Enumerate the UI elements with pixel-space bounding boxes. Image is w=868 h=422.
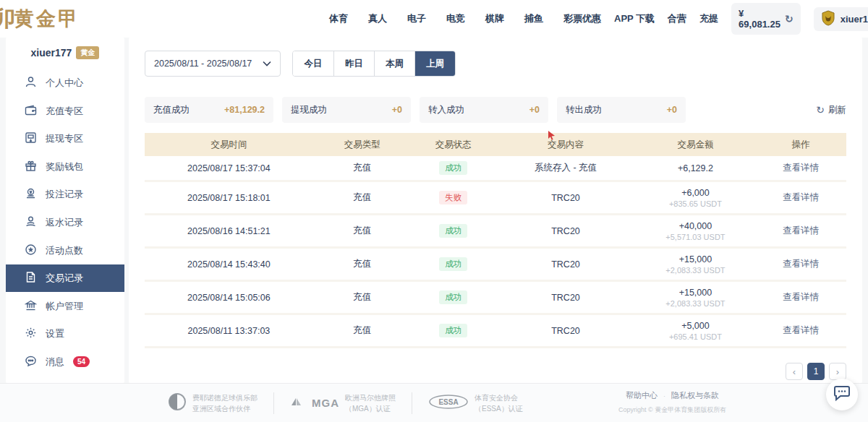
cell-amount: +6,129.2: [636, 163, 755, 173]
tab-yesterday[interactable]: 昨日: [333, 51, 374, 76]
sidebar-item-reward-wallet[interactable]: 奖励钱包: [6, 153, 124, 181]
sidebar-username: xiuer177: [31, 47, 72, 59]
sidebar-item-transaction-records[interactable]: 交易记录: [6, 264, 124, 293]
sidebar-item-personal-center[interactable]: 个人中心: [6, 69, 124, 98]
amount-usdt: +5,571.03 USDT: [636, 233, 755, 241]
sidebar-item-deposit[interactable]: 充值专区: [6, 98, 124, 126]
link-promotions[interactable]: 优惠: [582, 12, 601, 25]
link-app-download[interactable]: APP 下载: [614, 12, 655, 25]
status-badge: 成功: [439, 161, 467, 175]
sidebar-item-activity-points[interactable]: 活动点数: [6, 236, 124, 264]
status-badge: 失败: [439, 191, 467, 204]
page-1-button[interactable]: 1: [807, 363, 825, 380]
view-details-link[interactable]: 查看详情: [783, 325, 819, 335]
sidebar-item-withdraw[interactable]: 提现专区: [6, 125, 124, 153]
balance-display[interactable]: ¥ 69,081.25 ↻: [731, 3, 801, 35]
customer-service-chat-button[interactable]: [826, 379, 858, 410]
wallet-icon: [25, 104, 37, 119]
vip-level-badge: 黄金: [76, 46, 99, 59]
cell-content: TRC20: [495, 259, 636, 270]
sidebar: xiuer177 黄金 个人中心 充值专区 提现专区 奖励钱包 投注记录 返水记…: [6, 38, 124, 383]
page-body: xiuer177 黄金 个人中心 充值专区 提现专区 奖励钱包 投注记录 返水记…: [0, 38, 868, 383]
cell-type: 充值: [313, 191, 412, 204]
nav-esports[interactable]: 电竞: [446, 12, 465, 25]
brand-logo[interactable]: 卯 黄金甲: [0, 4, 145, 34]
sidebar-item-label: 设置: [46, 327, 64, 340]
sidebar-item-label: 交易记录: [46, 272, 83, 285]
mga-logo-icon: [290, 395, 306, 411]
nav-sports[interactable]: 体育: [329, 12, 348, 25]
cell-amount: +5,000+695.41 USDT: [636, 321, 755, 341]
top-header: 卯 黄金甲 体育 真人 电子 电竞 棋牌 捕鱼 彩票 优惠 APP 下载 合营 …: [0, 0, 868, 38]
view-details-link[interactable]: 查看详情: [783, 163, 819, 173]
sidebar-item-messages[interactable]: 消息 54: [6, 348, 124, 376]
col-type: 交易类型: [313, 139, 412, 151]
user-menu[interactable]: xiuer177: [814, 7, 868, 31]
next-page-button[interactable]: ›: [829, 363, 846, 380]
partner-feyenoord: 费耶诺德足球俱乐部 亚洲区域合作伙伴: [152, 392, 273, 414]
cell-time: 2025/08/14 15:43:40: [145, 259, 313, 270]
sidebar-item-label: 提现专区: [46, 132, 83, 145]
balance-refresh-icon[interactable]: ↻: [785, 13, 793, 25]
cell-time: 2025/08/14 15:05:06: [145, 293, 313, 303]
sidebar-item-settings[interactable]: 设置: [6, 320, 124, 348]
amount-usdt: +695.41 USDT: [636, 332, 755, 341]
view-details-link[interactable]: 查看详情: [783, 292, 819, 302]
footer: 费耶诺德足球俱乐部 亚洲区域合作伙伴 MGA 欧洲马尔他牌照 （MGA）认证 E…: [0, 383, 868, 422]
view-details-link[interactable]: 查看详情: [783, 259, 819, 269]
date-range-select[interactable]: 2025/08/11 - 2025/08/17: [145, 51, 281, 77]
sidebar-item-bet-records[interactable]: 投注记录: [6, 181, 124, 209]
col-content: 交易内容: [495, 139, 636, 151]
coin-machine-icon: [25, 187, 37, 202]
header-username: xiuer177: [841, 14, 868, 25]
amount-main: +5,000: [636, 321, 755, 331]
privacy-terms-link[interactable]: 隐私权与条款: [671, 390, 719, 401]
nav-lottery[interactable]: 彩票: [563, 12, 582, 25]
cell-amount: +40,000+5,571.03 USDT: [636, 221, 755, 241]
cell-status: 成功: [412, 324, 495, 337]
sidebar-item-label: 投注记录: [46, 188, 83, 201]
nav-cards[interactable]: 棋牌: [485, 12, 504, 25]
cell-content: TRC20: [495, 293, 636, 303]
amount-main: +6,129.2: [636, 163, 755, 173]
view-details-link[interactable]: 查看详情: [783, 192, 819, 202]
gift-icon: [25, 160, 37, 174]
help-center-link[interactable]: 帮助中心: [626, 390, 658, 401]
status-badge: 成功: [439, 224, 467, 238]
cell-action: 查看详情: [755, 258, 846, 270]
sidebar-item-account-management[interactable]: 帐户管理: [6, 292, 124, 320]
link-partnership[interactable]: 合营: [668, 12, 686, 25]
cell-content: TRC20: [495, 193, 636, 203]
cell-type: 充值: [313, 258, 412, 270]
view-details-link[interactable]: 查看详情: [783, 225, 819, 236]
summary-stats: 充值成功 +81,129.2 提现成功 +0 转入成功 +0 转出成功 +0 ↻…: [145, 97, 846, 123]
link-deposit-withdraw[interactable]: 充提: [699, 12, 718, 25]
feyenoord-logo-icon: [168, 392, 187, 413]
tab-this-week[interactable]: 本周: [374, 51, 414, 76]
refresh-button[interactable]: ↻ 刷新: [816, 104, 846, 116]
tab-today[interactable]: 今日: [293, 51, 333, 76]
date-range-value: 2025/08/11 - 2025/08/17: [154, 59, 252, 69]
amount-main: +6,000: [636, 188, 755, 198]
stat-value: +0: [667, 105, 677, 115]
cell-type: 充值: [313, 291, 412, 303]
pagination: ‹ 1 ›: [145, 363, 846, 380]
prev-page-button[interactable]: ‹: [786, 363, 803, 380]
nav-live[interactable]: 真人: [368, 12, 387, 25]
partner-essa: ESSA 体育安全协会 （ESSA）认证: [412, 392, 539, 414]
cell-time: 2025/08/17 15:18:01: [145, 193, 313, 203]
sidebar-item-label: 充值专区: [46, 105, 83, 118]
table-row: 2025/08/16 14:51:21 充值 成功 TRC20 +40,000+…: [145, 215, 846, 249]
cell-action: 查看详情: [755, 324, 846, 337]
partner-text: 欧洲马尔他牌照 （MGA）认证: [345, 392, 396, 414]
sidebar-item-rebate-records[interactable]: 返水记录: [6, 209, 124, 237]
transactions-table: 交易时间 交易类型 交易状态 交易内容 交易金额 操作 2025/08/17 1…: [145, 133, 846, 348]
nav-fishing[interactable]: 捕鱼: [524, 12, 543, 25]
cell-time: 2025/08/11 13:37:03: [145, 326, 313, 336]
cell-amount: +15,000+2,083.33 USDT: [636, 288, 755, 308]
nav-slots[interactable]: 电子: [407, 12, 426, 25]
tab-last-week[interactable]: 上周: [414, 51, 455, 76]
cell-type: 充值: [313, 162, 412, 174]
gear-icon: [25, 327, 37, 341]
user-icon: [25, 76, 37, 90]
